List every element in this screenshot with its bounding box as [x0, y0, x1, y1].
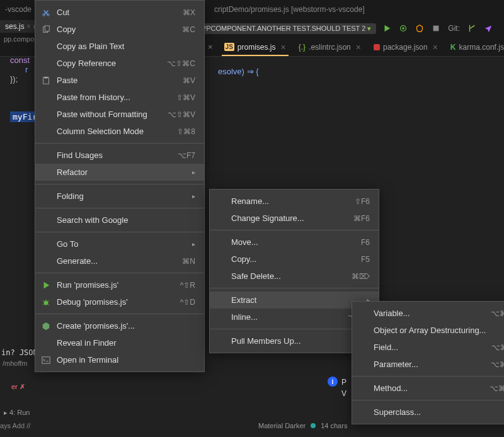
tab-promises-js[interactable]: JS promises.js ×	[218, 38, 292, 56]
svg-rect-8	[44, 76, 47, 78]
debug-icon	[42, 298, 50, 307]
menu-copy-file[interactable]: Copy...F5	[210, 251, 379, 268]
status-json-fragment: in? JSON	[1, 348, 38, 357]
close-icon[interactable]: ×	[433, 42, 438, 52]
node-icon	[42, 322, 50, 331]
menu-safe-delete[interactable]: Safe Delete...⌘⌦	[210, 268, 379, 285]
paste-icon	[42, 76, 50, 85]
run-configuration[interactable]: APPCOMPONENT.ANOTHER TEST.SHOULD TEST 2 …	[192, 23, 377, 34]
status-theme[interactable]: Material Darker 14 chars	[258, 422, 347, 429]
svg-rect-2	[433, 26, 439, 31]
menu-paste-history[interactable]: Paste from History...⇧⌘V	[35, 89, 204, 106]
info-badge-icon[interactable]: i	[328, 377, 338, 387]
menu-search-google[interactable]: Search with Google	[35, 212, 204, 229]
tab-package-json[interactable]: package.json ×	[367, 38, 444, 56]
menu-copy-reference[interactable]: Copy Reference⌥⇧⌘C	[35, 55, 204, 72]
menu-folding[interactable]: Folding▸	[35, 188, 204, 205]
menu-create-config[interactable]: Create 'promises.js'...	[35, 317, 204, 334]
menu-refactor[interactable]: Refactor▸	[35, 164, 204, 181]
theme-dot-icon	[311, 423, 316, 428]
menu-run[interactable]: Run 'promises.js'^⇧R	[35, 276, 204, 293]
menu-extract-variable[interactable]: Variable...⌥⌘V	[352, 305, 504, 322]
menu-extract-superclass[interactable]: Superclass...	[352, 404, 504, 421]
menu-extract-destructuring[interactable]: Object or Array Destructuring...	[352, 322, 504, 339]
menu-copy-plain[interactable]: Copy as Plain Text	[35, 38, 204, 55]
karma-icon: K	[450, 43, 456, 52]
svg-rect-10	[42, 356, 50, 363]
menu-change-signature[interactable]: Change Signature...⌘F6	[210, 210, 379, 227]
close-icon[interactable]: ×	[356, 42, 361, 52]
git-label: Git:	[448, 24, 460, 33]
coverage-icon[interactable]	[415, 24, 424, 33]
branch-icon[interactable]	[467, 24, 476, 33]
copy-icon	[42, 25, 50, 34]
js-file-icon: JS	[224, 43, 234, 51]
menu-paste-no-format[interactable]: Paste without Formatting⌥⇧⌘V	[35, 106, 204, 123]
menu-rename[interactable]: Rename...⇧F6	[210, 193, 379, 210]
menu-cut[interactable]: Cut⌘X	[35, 4, 204, 21]
menu-extract-method[interactable]: Method...⌥⌘M	[352, 380, 504, 397]
menu-generate[interactable]: Generate...⌘N	[35, 253, 204, 270]
stop-icon[interactable]	[432, 24, 440, 33]
menu-open-terminal[interactable]: Open in Terminal	[35, 351, 204, 368]
p-fragment: P	[341, 378, 346, 387]
npm-icon	[374, 44, 380, 50]
svg-rect-6	[45, 25, 49, 31]
menu-column-select[interactable]: Column Selection Mode⇧⌘8	[35, 123, 204, 140]
tab-karma-conf[interactable]: K karma.conf.js ×	[444, 38, 504, 56]
terminal-icon	[42, 356, 50, 365]
menu-debug[interactable]: Debug 'promises.js'^⇧D	[35, 293, 204, 310]
menu-paste[interactable]: Paste⌘V	[35, 72, 204, 89]
run-tool-window[interactable]: ▸ 4: Run	[4, 409, 30, 417]
menu-reveal-finder[interactable]: Reveal in Finder	[35, 334, 204, 351]
menu-goto[interactable]: Go To▸	[35, 236, 204, 253]
cut-icon	[42, 8, 50, 17]
menu-extract-field[interactable]: Field...⌥⌘F	[352, 339, 504, 356]
run-icon[interactable]	[382, 24, 391, 33]
error-mark: er ✗	[11, 383, 25, 391]
debug-icon[interactable]	[399, 24, 408, 33]
context-menu: Cut⌘X Copy⌘C Copy as Plain Text Copy Ref…	[35, 0, 205, 372]
menu-find-usages[interactable]: Find Usages⌥F7	[35, 147, 204, 164]
close-icon[interactable]: ×	[281, 42, 286, 52]
tab-eslintrc[interactable]: {.} .eslintrc.json ×	[292, 38, 367, 56]
json-file-icon: {.}	[299, 43, 306, 52]
extract-submenu: Variable...⌥⌘V Object or Array Destructu…	[352, 301, 504, 424]
project-fragment: -vscode	[5, 5, 32, 14]
status-fragment: ays Add //	[0, 422, 30, 429]
window-title: criptDemo/promises.js [webstorm-vs-vscod…	[214, 5, 365, 14]
path-fragment: /mhoffm	[3, 360, 28, 367]
v-fragment: V	[341, 389, 346, 398]
push-icon[interactable]	[484, 24, 493, 33]
menu-extract-parameter[interactable]: Parameter...⌥⌘P	[352, 356, 504, 373]
svg-point-1	[403, 27, 405, 30]
menu-copy[interactable]: Copy⌘C	[35, 21, 204, 38]
run-icon	[42, 281, 50, 290]
svg-point-9	[44, 300, 49, 305]
menu-move[interactable]: Move...F6	[210, 234, 379, 251]
